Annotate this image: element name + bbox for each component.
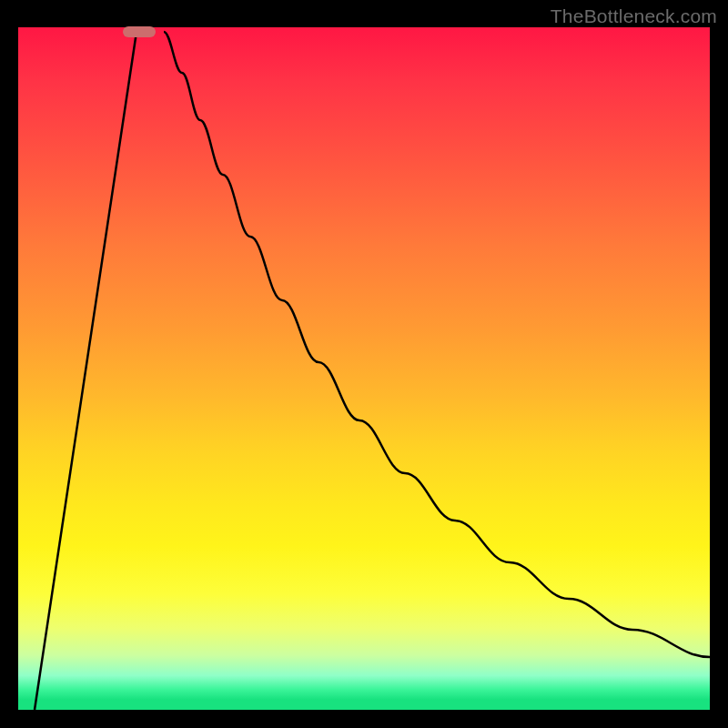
chart-container: TheBottleneck.com [0,0,728,728]
curve-left-line [35,32,136,710]
watermark-text: TheBottleneck.com [551,5,717,27]
bottleneck-marker [123,26,156,37]
curve-right-branch [164,32,710,657]
chart-curve [18,27,710,710]
